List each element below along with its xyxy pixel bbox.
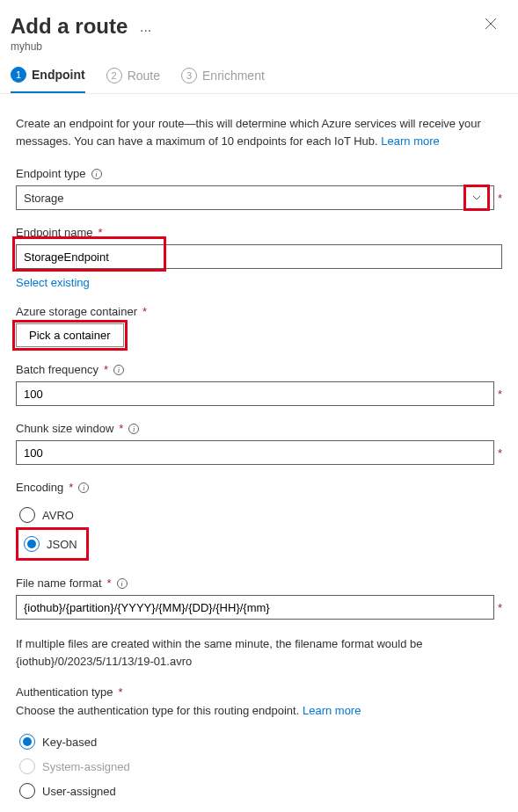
- required-marker: *: [107, 576, 112, 590]
- radio-icon: [19, 507, 35, 523]
- endpoint-name-input[interactable]: [16, 244, 502, 269]
- step-label: Enrichment: [202, 69, 265, 83]
- auth-learn-more-link[interactable]: Learn more: [303, 704, 361, 717]
- radio-label: AVRO: [42, 509, 74, 522]
- required-marker: *: [69, 481, 73, 494]
- radio-icon: [19, 783, 35, 799]
- step-number: 3: [181, 68, 197, 83]
- auth-user-radio[interactable]: User-assigned: [16, 779, 502, 803]
- hub-name: myhub: [11, 40, 151, 53]
- auth-system-radio: System-assigned: [16, 754, 502, 779]
- required-marker: *: [119, 422, 123, 435]
- more-icon[interactable]: ···: [140, 23, 151, 39]
- radio-icon: [24, 536, 40, 552]
- radio-label: System-assigned: [42, 760, 130, 773]
- page-title: Add a route: [11, 14, 128, 39]
- encoding-json-radio[interactable]: JSON: [20, 532, 81, 556]
- required-marker: *: [498, 446, 502, 460]
- required-marker: *: [104, 363, 108, 376]
- close-button[interactable]: [481, 14, 500, 37]
- pick-container-button[interactable]: Pick a container: [16, 323, 124, 347]
- auth-key-radio[interactable]: Key-based: [16, 729, 502, 754]
- info-icon[interactable]: i: [128, 424, 139, 434]
- step-endpoint[interactable]: 1 Endpoint: [11, 67, 85, 93]
- step-tabs: 1 Endpoint 2 Route 3 Enrichment: [0, 60, 518, 94]
- required-marker: *: [98, 226, 102, 239]
- required-marker: *: [498, 601, 502, 614]
- step-route[interactable]: 2 Route: [106, 67, 160, 93]
- filename-format-input[interactable]: [16, 595, 494, 620]
- radio-icon: [19, 734, 35, 750]
- endpoint-type-value: Storage: [24, 192, 64, 205]
- select-existing-link[interactable]: Select existing: [16, 276, 90, 289]
- required-marker: *: [119, 685, 123, 699]
- auth-type-description: Choose the authentication type for this …: [16, 704, 502, 717]
- auth-type-label: Authentication type: [16, 685, 113, 699]
- required-marker: *: [498, 388, 502, 401]
- storage-container-label: Azure storage container: [16, 305, 137, 318]
- batch-frequency-label: Batch frequency: [16, 363, 98, 376]
- intro-text: Create an endpoint for your route—this w…: [16, 115, 502, 149]
- required-marker: *: [498, 192, 502, 205]
- chevron-down-icon: [467, 188, 486, 207]
- encoding-avro-radio[interactable]: AVRO: [16, 503, 502, 527]
- batch-frequency-input[interactable]: [16, 381, 494, 406]
- info-icon[interactable]: i: [117, 578, 128, 589]
- step-enrichment[interactable]: 3 Enrichment: [181, 67, 265, 93]
- filename-note: If multiple files are created within the…: [16, 635, 502, 670]
- chunk-size-input[interactable]: [16, 440, 494, 465]
- info-icon[interactable]: i: [91, 169, 102, 179]
- close-icon: [485, 18, 497, 30]
- chunk-size-label: Chunk size window: [16, 422, 113, 435]
- radio-label: User-assigned: [42, 785, 116, 798]
- endpoint-type-label: Endpoint type: [16, 167, 86, 180]
- step-label: Route: [128, 69, 160, 83]
- radio-icon: [19, 758, 35, 774]
- step-number: 2: [106, 68, 122, 83]
- endpoint-name-label: Endpoint name: [16, 226, 92, 239]
- radio-label: Key-based: [42, 736, 97, 749]
- info-icon[interactable]: i: [113, 365, 124, 375]
- filename-format-label: File name format: [16, 576, 102, 590]
- radio-label: JSON: [47, 538, 77, 551]
- step-label: Endpoint: [32, 68, 85, 82]
- encoding-label: Encoding: [16, 481, 63, 494]
- info-icon[interactable]: i: [78, 482, 89, 493]
- learn-more-link[interactable]: Learn more: [381, 134, 439, 148]
- step-number: 1: [11, 67, 26, 83]
- required-marker: *: [142, 305, 147, 318]
- endpoint-type-select[interactable]: Storage: [16, 185, 494, 210]
